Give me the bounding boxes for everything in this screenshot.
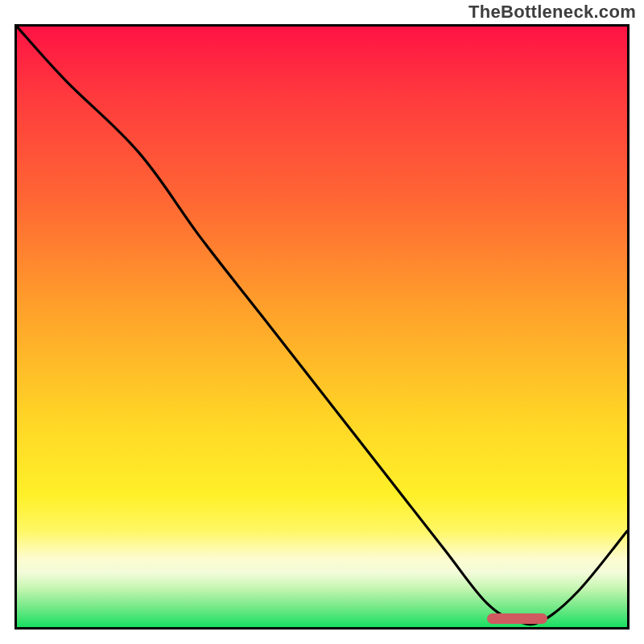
- curve-layer: [17, 27, 627, 627]
- watermark-text: TheBottleneck.com: [469, 2, 636, 23]
- bottleneck-curve: [17, 27, 627, 625]
- optimal-range-marker: [487, 613, 548, 624]
- chart-stage: TheBottleneck.com: [0, 0, 644, 644]
- plot-area: [14, 24, 630, 630]
